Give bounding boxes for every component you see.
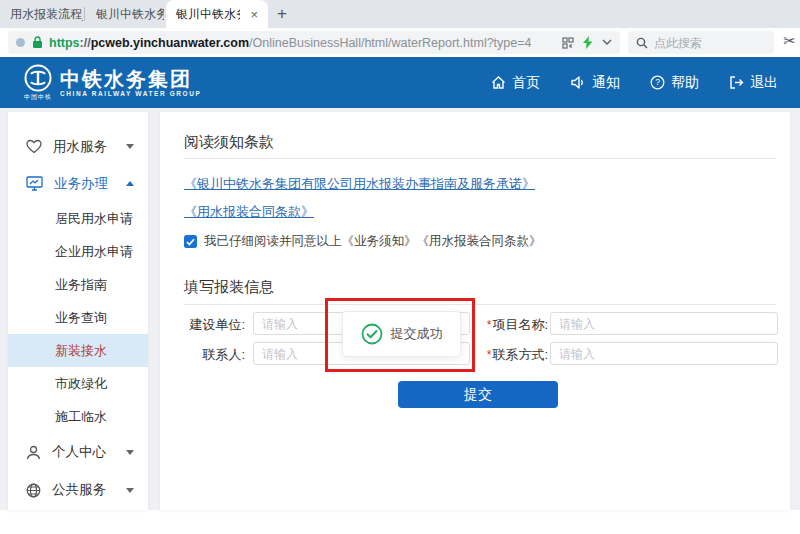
notice-section-title: 阅读须知条款 [184,133,274,152]
logo-text: 中铁水务集团 CHINA RAILWAY WATER GROUP [60,68,201,97]
tab-title: 银川中铁水务集 [96,6,164,23]
browser-tab-3-active[interactable]: 银川中铁水务集 × [166,0,268,28]
chevron-down-icon[interactable] [602,39,612,46]
url-path: /OnlineBusinessHall/html/waterReport.htm… [249,36,531,50]
question-circle-icon: ? [650,75,665,90]
check-icon [186,238,195,246]
new-tab-button[interactable]: + [270,3,294,25]
globe-icon [26,483,41,498]
logo-subtitle: CHINA RAILWAY WATER GROUP [60,90,201,97]
sidebar-item-label: 施工临水 [55,408,107,426]
chevron-down-icon [126,450,134,455]
logout-icon [729,75,744,90]
sidebar-item-label: 新装接水 [55,342,107,360]
toast-text: 提交成功 [391,325,443,343]
sidebar-item-business-query[interactable]: 业务查询 [8,301,148,334]
site-header: 中国中铁 中铁水务集团 CHINA RAILWAY WATER GROUP 首页… [0,57,800,108]
construction-unit-label: 建设单位: [160,316,245,334]
url-scheme: https [49,36,80,50]
sidebar-item-label: 企业用水申请 [55,243,133,261]
project-name-label: *项目名称: [468,316,548,334]
search-icon [636,37,648,49]
svg-text:?: ? [655,77,660,87]
sidebar-item-label: 居民用水申请 [55,210,133,228]
tab-bar: 用水报装流程_ 银川中铁水务集 银川中铁水务集 × + [0,0,800,28]
agreement-text: 我已仔细阅读并同意以上《业务须知》《用水报装合同条款》 [204,233,542,250]
address-bar: https://pcweb.yinchuanwater.com/OnlineBu… [0,28,800,57]
guide-document-link[interactable]: 《银川中铁水务集团有限公司用水报装办事指南及服务承诺》 [184,175,535,193]
success-check-icon [361,323,383,345]
sidebar-item-new-connection[interactable]: 新装接水 [8,334,148,367]
sidebar-item-label: 业务指南 [55,276,107,294]
sidebar-item-construction-temp-water[interactable]: 施工临水 [8,400,148,433]
sidebar-group-label: 公共服务 [52,481,106,499]
nav-help[interactable]: ? 帮助 [650,74,699,92]
screenshot-scissors-icon[interactable]: ✂ [783,32,796,50]
chevron-down-icon [126,144,134,149]
nav-label: 帮助 [671,74,699,92]
sidebar-group-label: 用水服务 [53,138,107,156]
sidebar-group-business[interactable]: 业务办理 [8,165,148,202]
contact-method-label: *联系方式: [468,346,548,364]
chevron-up-icon [126,181,134,186]
contact-person-label: 联系人: [160,346,245,364]
sidebar-group-public-service[interactable]: 公共服务 [8,471,148,509]
field-label-text: 建设单位: [189,317,245,332]
browser-tab-1[interactable]: 用水报装流程_ [0,0,83,28]
top-navigation: 首页 通知 ? 帮助 退出 [491,74,778,92]
tab-close-icon[interactable]: × [250,8,258,21]
browser-tab-2[interactable]: 银川中铁水务集 [86,0,164,28]
sidebar-item-label: 业务查询 [55,309,107,327]
lightning-icon[interactable] [583,36,593,49]
sidebar-item-enterprise-application[interactable]: 企业用水申请 [8,235,148,268]
nav-notifications[interactable]: 通知 [570,74,620,92]
emblem-caption: 中国中铁 [24,93,52,102]
contract-terms-link[interactable]: 《用水报装合同条款》 [184,203,314,221]
field-label-text: 联系人: [202,347,245,362]
agree-checkbox[interactable] [184,235,197,248]
form-section-title: 填写报装信息 [184,278,274,297]
sidebar-item-label: 市政绿化 [55,375,107,393]
sidebar-item-municipal-greening[interactable]: 市政绿化 [8,367,148,400]
contact-method-input[interactable] [550,342,778,365]
success-toast: 提交成功 [342,311,461,357]
chevron-down-icon [126,488,134,493]
field-label-text: 项目名称: [492,317,548,332]
tab-title: 用水报装流程_ [10,6,83,23]
divider [184,304,776,305]
sidebar-item-resident-application[interactable]: 居民用水申请 [8,202,148,235]
sidebar: 用水服务 业务办理 居民用水申请 企业用水申请 业务指南 业务查询 新装接水 市… [8,112,148,510]
site-info-icon[interactable] [16,38,25,47]
person-icon [26,445,41,460]
required-mark: * [487,348,492,362]
search-input[interactable] [654,36,754,50]
field-label-text: 联系方式: [492,347,548,362]
sidebar-group-label: 业务办理 [54,175,108,193]
nav-label: 退出 [750,74,778,92]
agreement-row: 我已仔细阅读并同意以上《业务须知》《用水报装合同条款》 [184,233,542,250]
sidebar-group-personal-center[interactable]: 个人中心 [8,433,148,471]
logo-title: 中铁水务集团 [60,68,201,90]
china-railway-emblem-icon: 中国中铁 [24,64,52,102]
quick-search-box[interactable] [628,31,774,54]
nav-home[interactable]: 首页 [491,74,540,92]
url-separator: :// [80,36,91,50]
browser-window: 用水报装流程_ 银川中铁水务集 银川中铁水务集 × + https://pcwe… [0,0,800,534]
nav-label: 通知 [592,74,620,92]
lock-icon [32,36,43,49]
tab-separator [84,7,85,21]
nav-logout[interactable]: 退出 [729,74,778,92]
speaker-icon [570,75,586,90]
url-text: https://pcweb.yinchuanwater.com/OnlineBu… [49,36,531,50]
home-icon [491,75,506,90]
qr-code-icon[interactable] [562,37,574,49]
project-name-input[interactable] [550,312,778,335]
sidebar-group-label: 个人中心 [52,443,106,461]
url-field[interactable]: https://pcweb.yinchuanwater.com/OnlineBu… [8,31,620,54]
sidebar-group-water-service[interactable]: 用水服务 [8,128,148,165]
sidebar-item-business-guide[interactable]: 业务指南 [8,268,148,301]
tab-title: 银川中铁水务集 [176,6,240,23]
monitor-icon [26,176,43,191]
main-panel: 阅读须知条款 《银川中铁水务集团有限公司用水报装办事指南及服务承诺》 《用水报装… [160,112,790,510]
submit-button[interactable]: 提交 [398,381,558,408]
